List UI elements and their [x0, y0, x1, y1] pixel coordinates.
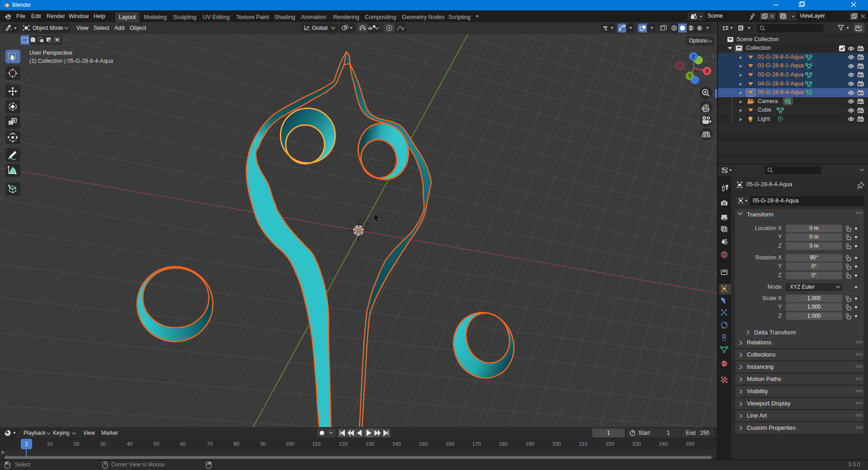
svg-text:Z: Z: [692, 54, 695, 59]
svg-text:Y: Y: [688, 73, 692, 79]
svg-text:X: X: [705, 68, 709, 74]
